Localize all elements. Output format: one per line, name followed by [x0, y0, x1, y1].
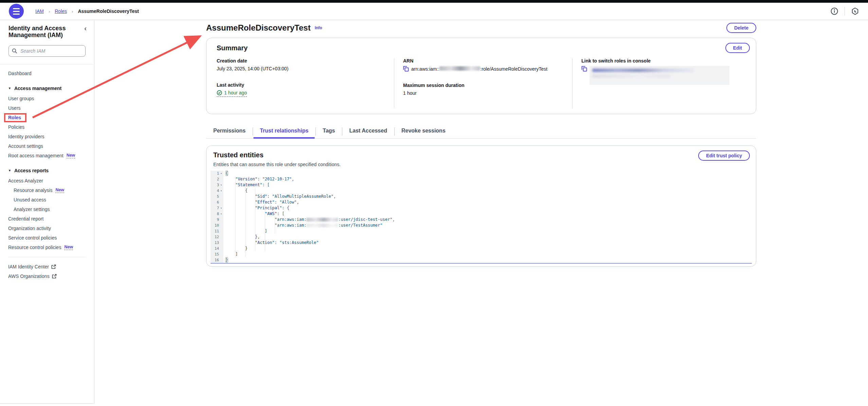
sidebar-item-resource-analysis[interactable]: Resource analysisNew: [0, 186, 94, 195]
code-text: },: [223, 234, 260, 240]
sidebar-item-label: Resource control policies: [8, 245, 61, 250]
breadcrumb-item-assumerolediscoverytest: AssumeRoleDiscoveryTest: [78, 8, 139, 14]
line-number: 6: [211, 199, 223, 205]
sidebar-item-label: Policies: [8, 124, 24, 130]
code-text: "Statement": [: [223, 182, 270, 188]
sidebar-item-label: User groups: [8, 96, 34, 101]
line-number: 10: [211, 223, 223, 228]
sidebar-external-aws-organizations[interactable]: AWS Organizations: [0, 271, 94, 281]
trust-policy-code-editor[interactable]: 1▾{2 "Version": "2012-10-17",3▾ "Stateme…: [211, 171, 752, 264]
sidebar-external-iam-identity-center[interactable]: IAM Identity Center: [0, 262, 94, 271]
sidebar-item-identity-providers[interactable]: Identity providers: [0, 132, 94, 141]
sidebar-item-resource-control-policies[interactable]: Resource control policiesNew: [0, 243, 94, 252]
sidebar-section-access-management[interactable]: ▼Access management: [0, 83, 94, 94]
sidebar-item-credential-report[interactable]: Credential report: [0, 214, 94, 224]
last-activity-value: 1 hour ago: [217, 90, 247, 97]
sidebar-item-policies[interactable]: Policies: [0, 122, 94, 132]
cloudshell-icon[interactable]: [851, 7, 859, 15]
top-navigation-bar: IAM›Roles›AssumeRoleDiscoveryTest: [0, 3, 868, 20]
creation-date-field: Creation date July 23, 2025, 14:00 (UTC+…: [217, 58, 386, 71]
max-session-value: 1 hour: [403, 90, 564, 96]
summary-col-1: Creation date July 23, 2025, 14:00 (UTC+…: [217, 58, 394, 108]
line-number: 13: [211, 240, 223, 246]
section-label: Access reports: [14, 168, 49, 173]
edit-trust-policy-button[interactable]: Edit trust policy: [698, 151, 750, 161]
code-text: {: [223, 188, 248, 194]
check-circle-icon: [217, 90, 222, 95]
delete-button[interactable]: Delete: [726, 23, 756, 33]
sidebar-item-root-access-management[interactable]: Root access managementNew: [0, 151, 94, 160]
tab-tags[interactable]: Tags: [315, 124, 342, 138]
trusted-entities-description: Entities that can assume this role under…: [213, 162, 752, 167]
code-line: 3▾ "Statement": [: [211, 182, 752, 188]
sidebar-section-access-reports[interactable]: ▼Access reports: [0, 165, 94, 176]
code-text: "AWS": [: [223, 211, 284, 217]
search-icon: [12, 48, 17, 54]
fold-caret-icon[interactable]: ▾: [219, 211, 223, 217]
sidebar-item-users[interactable]: Users: [0, 103, 94, 113]
app-body: Identity and Access Management (IAM) ‹ D…: [0, 20, 868, 404]
edit-button[interactable]: Edit: [725, 43, 750, 53]
fold-caret-icon[interactable]: ▾: [219, 188, 223, 194]
sidebar-item-label: Roles: [8, 115, 21, 120]
code-text: "Sid": "AllowMultipleAssumeRole",: [223, 194, 336, 199]
redacted-account-id: [439, 66, 480, 71]
code-line: 10 "arn:aws:iam::user/TestAssumer": [211, 223, 752, 228]
search-input[interactable]: [8, 45, 86, 57]
sidebar-item-service-control-policies[interactable]: Service control policies: [0, 233, 94, 243]
summary-heading: Summary: [217, 44, 749, 52]
last-activity-label: Last activity: [217, 82, 386, 88]
summary-card: Summary Edit Creation date July 23, 2025…: [206, 38, 756, 114]
new-badge: New: [64, 245, 73, 250]
sidebar-item-label: Organization activity: [8, 226, 51, 231]
fold-caret-icon[interactable]: ▾: [219, 182, 223, 188]
sidebar-item-account-settings[interactable]: Account settings: [0, 141, 94, 151]
breadcrumb-separator-icon: ›: [72, 9, 73, 14]
breadcrumb-item-iam[interactable]: IAM: [35, 8, 44, 14]
fold-caret-icon[interactable]: ▾: [219, 205, 223, 211]
fold-caret-icon[interactable]: ▾: [219, 171, 223, 176]
arn-label: ARN: [403, 58, 564, 64]
sidebar-item-label: Analyzer settings: [14, 207, 50, 212]
code-line: 11 ]: [211, 228, 752, 234]
sidebar-item-organization-activity[interactable]: Organization activity: [0, 224, 94, 233]
hamburger-menu-button[interactable]: [9, 4, 24, 19]
sidebar-item-label: Identity providers: [8, 134, 44, 139]
sidebar-item-user-groups[interactable]: User groups: [0, 94, 94, 103]
sidebar-item-access-analyzer[interactable]: Access Analyzer: [0, 176, 94, 186]
sidebar-search: [8, 45, 86, 57]
copy-icon[interactable]: [581, 66, 587, 72]
tab-last-accessed[interactable]: Last Accessed: [342, 124, 394, 138]
code-text: "arn:aws:iam::user/jdisc-test-user",: [223, 217, 395, 223]
copy-icon[interactable]: [403, 66, 409, 72]
sidebar-item-label: Service control policies: [8, 235, 57, 241]
code-line: 9 "arn:aws:iam::user/jdisc-test-user",: [211, 217, 752, 223]
tab-revoke-sessions[interactable]: Revoke sessions: [394, 124, 453, 138]
sidebar-item-label: Credential report: [8, 216, 43, 222]
info-link[interactable]: Info: [315, 25, 322, 30]
redacted-switch-link: [590, 66, 729, 85]
breadcrumb-item-roles[interactable]: Roles: [55, 8, 67, 14]
code-text: }: [223, 257, 228, 263]
info-icon[interactable]: [830, 7, 838, 15]
tab-trust-relationships[interactable]: Trust relationships: [253, 124, 315, 138]
switch-link-field: Link to switch roles in console: [581, 58, 741, 85]
sidebar-collapse-icon[interactable]: ‹: [84, 25, 87, 32]
sidebar-divider: [8, 257, 86, 257]
sidebar-item-unused-access[interactable]: Unused access: [0, 195, 94, 205]
sidebar-item-dashboard[interactable]: Dashboard: [0, 69, 94, 78]
tab-permissions[interactable]: Permissions: [206, 124, 253, 138]
sidebar-title: Identity and Access Management (IAM): [8, 25, 84, 38]
sidebar-item-roles[interactable]: Roles: [0, 113, 94, 122]
section-caret-icon: ▼: [8, 169, 11, 172]
line-number: 5: [211, 194, 223, 199]
sidebar-item-label: Account settings: [8, 143, 43, 149]
sidebar-item-analyzer-settings[interactable]: Analyzer settings: [0, 205, 94, 214]
sidebar-item-label: Resource analysis: [14, 188, 52, 193]
code-text: }: [223, 246, 248, 251]
code-line: 12 },: [211, 234, 752, 240]
external-link-icon: [52, 274, 57, 279]
external-label: AWS Organizations: [8, 273, 50, 279]
line-number: 11: [211, 228, 223, 234]
line-number: 16: [211, 257, 223, 263]
